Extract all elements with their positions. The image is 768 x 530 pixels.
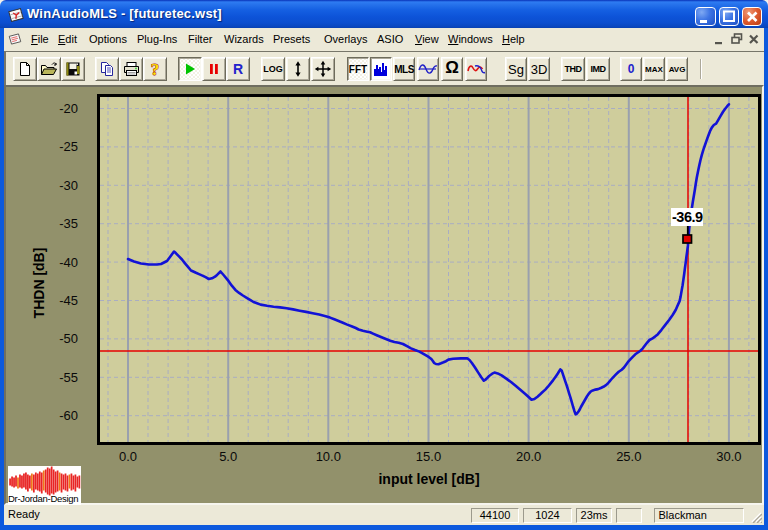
svg-text:?: ? <box>151 61 160 77</box>
svg-text:-36.9: -36.9 <box>672 209 703 225</box>
